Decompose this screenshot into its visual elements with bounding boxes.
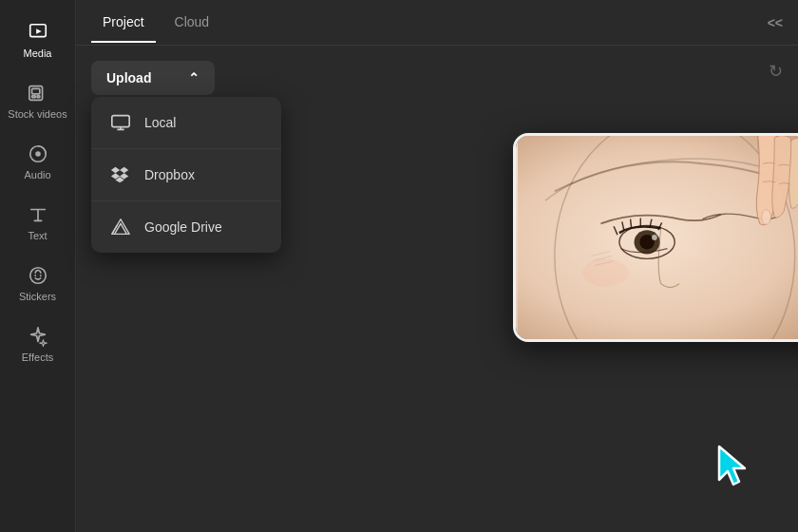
refresh-button[interactable]: ↻ (769, 61, 783, 82)
svg-point-10 (39, 275, 41, 276)
text-icon (27, 203, 49, 226)
sidebar: Media Stock videos Audio (0, 0, 76, 532)
svg-rect-4 (31, 96, 35, 98)
effects-icon (27, 325, 49, 348)
media-icon (27, 21, 49, 44)
google-drive-icon (110, 217, 131, 238)
tab-project[interactable]: Project (91, 3, 156, 43)
svg-point-7 (35, 151, 41, 157)
upload-dropdown: Local Dropbox (91, 97, 281, 253)
app-container: Media Stock videos Audio (0, 0, 798, 532)
collapse-button[interactable]: << (768, 15, 783, 30)
svg-rect-5 (37, 96, 40, 98)
svg-marker-1 (36, 28, 42, 33)
stock-videos-icon (27, 82, 49, 104)
tabs-bar: Project Cloud << (76, 0, 798, 46)
svg-point-19 (762, 210, 771, 225)
tab-cloud[interactable]: Cloud (163, 3, 221, 43)
local-icon (110, 112, 131, 133)
sidebar-item-stock-videos[interactable]: Stock videos (0, 70, 75, 131)
svg-rect-3 (31, 88, 39, 94)
dropdown-item-local[interactable]: Local (91, 97, 281, 149)
dropdown-item-dropbox[interactable]: Dropbox (91, 149, 281, 201)
thumbnail-preview (513, 133, 798, 342)
dropbox-icon (110, 164, 131, 185)
svg-point-17 (652, 235, 657, 240)
svg-rect-11 (112, 116, 129, 127)
svg-point-9 (34, 275, 36, 276)
upload-button[interactable]: Upload ⌃ (91, 61, 215, 95)
stickers-icon (27, 264, 49, 287)
sidebar-item-effects[interactable]: Effects (0, 314, 75, 374)
thumbnail-canvas (516, 136, 798, 339)
sidebar-item-stickers[interactable]: Stickers (0, 253, 75, 314)
tabs-left: Project Cloud (91, 3, 220, 42)
sidebar-item-audio[interactable]: Audio (0, 131, 75, 192)
dropdown-item-google-drive[interactable]: Google Drive (91, 201, 281, 253)
audio-icon (27, 142, 49, 165)
sidebar-item-text[interactable]: Text (0, 192, 75, 253)
cursor-arrow (714, 442, 752, 480)
sidebar-item-media[interactable]: Media (0, 10, 75, 70)
